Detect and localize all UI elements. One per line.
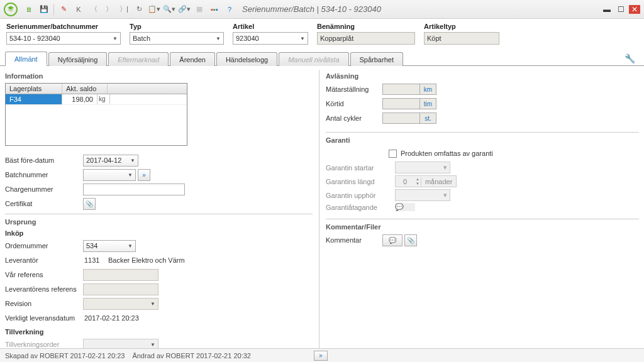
warranty-title: Garanti — [326, 136, 639, 144]
chevron-down-icon: ▼ — [130, 158, 135, 163]
delivery-label: Verkligt leveransdatum — [5, 314, 83, 322]
tab-allmant[interactable]: Allmänt — [5, 52, 47, 66]
chevron-down-icon: ▼ — [300, 36, 305, 41]
ourref-field — [83, 269, 158, 281]
tab-nyforsaljning[interactable]: Nyförsäljning — [48, 52, 108, 66]
tab-bar: Allmänt Nyförsäljning Eftermarknad Ärend… — [0, 50, 644, 66]
batchnum-open-icon[interactable]: » — [138, 169, 150, 181]
chevron-down-icon: ▼ — [113, 36, 118, 41]
arttype-label: Artikeltyp — [424, 23, 499, 30]
footer-expand-icon[interactable]: » — [314, 351, 328, 361]
warranty-start-picker: ▾ — [395, 162, 450, 173]
tab-manuell: Manuell nivålista — [279, 52, 348, 66]
grid-header: Lagerplats Akt. saldo — [6, 84, 187, 94]
attach-cert-icon[interactable]: 📎 — [83, 198, 96, 210]
separator — [5, 214, 313, 214]
supplier-name: Backer Elektro och Värm — [107, 256, 185, 264]
comment-label: Kommentar — [326, 236, 382, 244]
revision-label: Revision — [5, 300, 83, 307]
col-aktsaldo: Akt. saldo — [62, 84, 108, 94]
warranty-end-label: Garantin upphör — [326, 192, 395, 199]
meter-label: Mätarställning — [326, 85, 382, 93]
article-label: Artikel — [233, 23, 308, 30]
serial-label: Serienummer/batchnummer — [6, 23, 121, 30]
comment-icon[interactable]: 💬 — [382, 234, 402, 246]
chevron-down-icon: ▼ — [128, 243, 133, 249]
separator — [326, 132, 639, 133]
table-icon[interactable]: ▦ — [193, 3, 206, 16]
tab-arenden[interactable]: Ärenden — [170, 52, 215, 66]
titlebar: 🗎 💾 ✎ K 〈 〉 〉| ↻ 📋▾ 🔍▾ 🔗▾ ▦ ▪▪▪ ? Serien… — [0, 0, 644, 19]
stock-grid[interactable]: Lagerplats Akt. saldo F34 198,00 kg — [5, 83, 187, 146]
cert-label: Certifikat — [5, 200, 83, 207]
batchnum-combo[interactable]: ▼ — [83, 169, 136, 181]
search-icon[interactable]: 🔍▾ — [163, 3, 175, 16]
refresh-icon[interactable]: ↻ — [133, 3, 145, 16]
modified-text: Ändrad av ROBERT 2017-02-21 20:32 — [132, 352, 251, 359]
help-icon[interactable]: ? — [223, 3, 236, 16]
cycles-label: Antal cykler — [326, 114, 382, 122]
warranty-checkbox[interactable] — [389, 150, 397, 158]
minimize-icon[interactable]: ▬ — [601, 5, 613, 14]
warranty-length-spinner: 0 ▲▼ månader — [395, 175, 457, 187]
runtime-unit: tim — [420, 98, 436, 109]
supplier-code: 1131 — [83, 256, 107, 264]
delivery-value: 2017-02-21 20:23 — [83, 314, 139, 322]
order-label: Ordernummer — [5, 242, 83, 250]
name-label: Benämning — [317, 23, 415, 30]
maximize-icon[interactable]: ☐ — [615, 5, 626, 14]
table-row[interactable]: F34 198,00 kg — [6, 94, 187, 105]
separator — [326, 219, 639, 219]
save-icon[interactable]: 💾 — [38, 3, 50, 16]
chevron-down-icon: ▼ — [216, 36, 221, 41]
tab-sparbarhet[interactable]: Spårbarhet — [350, 52, 403, 66]
mfg-title: Tillverkning — [5, 328, 313, 336]
link-icon[interactable]: 🔗▾ — [178, 3, 191, 16]
chevron-down-icon: ▼ — [150, 301, 155, 307]
name-field: Kopparplåt — [317, 32, 415, 45]
best-before-picker[interactable]: 2017-04-12▼ — [83, 155, 138, 167]
new-icon[interactable]: 🗎 — [23, 3, 35, 16]
meter-input[interactable] — [382, 84, 420, 95]
mfgorder-label: Tillverkningsorder — [5, 341, 83, 348]
window-controls: ▬ ☐ ✕ — [601, 5, 640, 14]
cycles-input[interactable] — [382, 112, 420, 124]
apps-icon[interactable]: ▪▪▪ — [208, 3, 221, 16]
last-icon[interactable]: 〉| — [118, 3, 130, 16]
runtime-input[interactable] — [382, 98, 420, 109]
header-fields: Serienummer/batchnummer 534-10 - 923040▼… — [0, 19, 644, 50]
type-label: Typ — [130, 23, 224, 30]
chevron-down-icon: ▼ — [128, 172, 133, 178]
warranty-checkbox-label: Produkten omfattas av garanti — [401, 150, 493, 157]
order-combo[interactable]: 534▼ — [83, 240, 136, 252]
tab-handelselogg[interactable]: Händelselogg — [216, 52, 277, 66]
prev-icon[interactable]: 〈 — [87, 3, 100, 16]
cell-place: F34 — [6, 94, 62, 104]
spinner-icon: ▲▼ — [414, 177, 421, 186]
chargenum-label: Chargenummer — [5, 185, 83, 193]
created-text: Skapad av ROBERT 2017-02-21 20:23 — [5, 352, 125, 359]
arttype-field: Köpt — [424, 32, 499, 45]
warranty-start-label: Garantin startar — [326, 164, 395, 172]
clipboard-icon[interactable]: 📋▾ — [148, 3, 160, 16]
app-logo-icon — [4, 3, 18, 16]
col-lagerplats: Lagerplats — [6, 84, 62, 94]
serial-combo[interactable]: 534-10 - 923040▼ — [6, 32, 121, 45]
first-icon[interactable]: K — [72, 3, 85, 16]
content-area: Information Lagerplats Akt. saldo F34 19… — [0, 66, 644, 362]
runtime-label: Körtid — [326, 100, 382, 107]
article-combo[interactable]: 923040▼ — [233, 32, 308, 45]
type-combo[interactable]: Batch▼ — [130, 32, 224, 45]
chargenum-input[interactable] — [83, 184, 185, 195]
settings-icon[interactable]: 🔧 — [621, 52, 639, 65]
delete-icon[interactable]: ✎ — [57, 3, 70, 16]
origin-title: Ursprung — [5, 218, 313, 226]
right-column: Avläsning Mätarställning km Körtid tim A… — [319, 70, 639, 362]
batchnum-label: Batchnummer — [5, 171, 83, 178]
next-icon[interactable]: 〉 — [103, 3, 115, 16]
attach-file-icon[interactable]: 📎 — [404, 234, 417, 246]
close-icon[interactable]: ✕ — [629, 5, 640, 14]
status-bar: Skapad av ROBERT 2017-02-21 20:23 Ändrad… — [0, 348, 644, 362]
purchase-title: Inköp — [5, 229, 313, 237]
warranty-length-label: Garantins längd — [326, 178, 395, 185]
